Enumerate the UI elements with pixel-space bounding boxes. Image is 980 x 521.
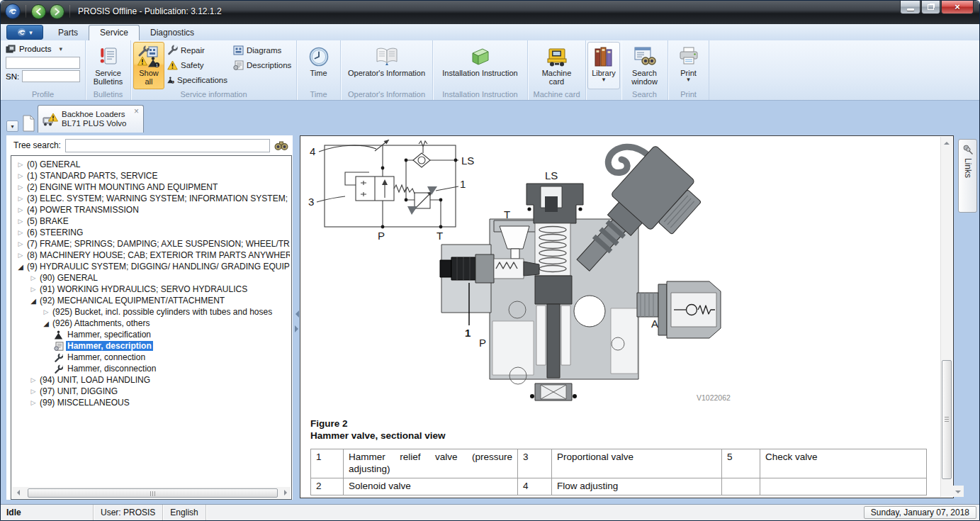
tree-item[interactable]: Hammer, disconnection [13,363,290,374]
sn-input[interactable] [22,70,80,82]
tree-item[interactable]: ▷(3) ELEC. SYSTEM; WARNING SYSTEM; INFOR… [13,193,290,204]
minimize-button[interactable] [900,1,920,14]
links-panel-tab[interactable]: Links [958,139,977,213]
tree-item[interactable]: ▷(925) Bucket, incl. possible cylinders … [13,306,290,318]
tree-item[interactable]: ▷(99) MISCELLANEOUS [13,397,290,408]
item-number-cell: 1 [311,449,344,478]
scrollbar-thumb[interactable] [942,360,952,479]
diagrams-button[interactable]: Diagrams [230,43,294,57]
tree-item[interactable]: ▷(1) STANDARD PARTS, SERVICE [13,170,290,181]
expander-collapsed-icon[interactable]: ▷ [16,218,26,225]
expander-expanded-icon[interactable]: ◢ [16,263,26,271]
new-page-button[interactable] [21,115,36,132]
close-button[interactable]: × [941,1,974,14]
descriptions-button[interactable]: Descriptions [230,57,294,72]
expander-collapsed-icon[interactable]: ▷ [28,376,38,383]
expander-collapsed-icon[interactable]: ▷ [16,252,26,259]
expander-collapsed-icon[interactable]: ▷ [28,399,38,406]
machine-card-button[interactable]: Machine card [530,42,583,89]
parts-table-body: 1Hammer relief valve (pressure adjusting… [311,449,927,495]
tab-parts[interactable]: Parts [47,26,89,40]
tree-search-input[interactable] [65,139,270,152]
scrollbar-thumb[interactable] [28,488,278,498]
expander-collapsed-icon[interactable]: ▷ [16,206,26,213]
search-window-button[interactable]: Search window [624,42,665,89]
repair-label: Repair [181,46,205,55]
open-book-icon [375,45,399,69]
scroll-up-button[interactable] [941,137,952,148]
scroll-right-button[interactable] [279,487,291,498]
tree-item[interactable]: ▷(2) ENGINE WITH MOUNTING AND EQUIPMENT [13,181,290,193]
tab-close-icon[interactable]: × [134,107,139,116]
svg-text:A: A [651,318,658,330]
restore-button[interactable] [921,1,940,14]
forward-button[interactable] [50,4,64,19]
expander-collapsed-icon[interactable]: ▷ [28,274,38,281]
tree-item[interactable]: ▷(6) STEERING [13,227,290,238]
app-logo-icon[interactable] [5,4,21,19]
application-menu-button[interactable]: ▾ [6,25,43,40]
panel-splitter[interactable] [293,135,300,500]
print-button[interactable]: Print ▾ [674,42,704,89]
expander-collapsed-icon[interactable]: ▷ [41,308,51,315]
expander-collapsed-icon[interactable]: ▷ [16,229,26,236]
repair-button[interactable]: Repair [164,43,230,57]
show-all-button[interactable]: 1 Show all [133,42,164,89]
tree-item[interactable]: Hammer, description [13,340,290,352]
tree-horizontal-scrollbar[interactable] [12,487,291,498]
tab-list-dropdown-button[interactable]: ▾ [6,121,18,132]
scroll-down-button[interactable] [952,486,964,497]
tree-item[interactable]: Hammer, connection [13,352,290,363]
safety-button[interactable]: Safety [164,57,230,72]
expander-collapsed-icon[interactable]: ▷ [16,184,26,191]
tree-item[interactable]: ▷(97) UNIT, DIGGING [13,386,290,397]
svg-text:3: 3 [308,196,314,208]
machine-card-label: Machine card [534,69,579,86]
tree-item[interactable]: ◢(92) MECHANICAL EQUIPMENT/ATTACHMENT [13,295,290,306]
tree-item[interactable]: ▷(8) MACHINERY HOUSE; CAB; EXTERIOR TRIM… [13,250,290,261]
operators-information-button[interactable]: Operator's Information [344,42,429,89]
tree-item[interactable]: ▷(4) POWER TRANSMISSION [13,204,290,215]
products-input[interactable] [6,57,80,69]
tree-item[interactable]: Hammer, specification [13,329,290,340]
binoculars-search-icon[interactable] [274,140,288,151]
tree-item[interactable]: ▷(5) BRAKE [13,215,290,227]
app-window: PROSIS Offline - Publication: 3.12.1.2 ×… [0,0,980,521]
expander-collapsed-icon[interactable]: ▷ [16,161,26,168]
content-vertical-scrollbar[interactable] [940,137,952,497]
tab-diagnostics[interactable]: Diagnostics [140,26,205,40]
expander-collapsed-icon[interactable]: ▷ [16,240,26,247]
installation-instruction-button[interactable]: Installation Instruction [438,42,522,89]
tree-item[interactable]: ▷(0) GENERAL [13,159,290,170]
tree-item[interactable]: ▷(91) WORKING HYDRAULICS; SERVO HYDRAULI… [13,284,290,295]
group-library: Library ▾ [586,40,621,100]
expander-expanded-icon[interactable]: ◢ [41,320,51,327]
tree-item[interactable]: ▷(94) UNIT, LOAD HANDLING [13,374,290,386]
installation-instruction-label: Installation Instruction [442,69,517,77]
document-tab-backhoe-loaders[interactable]: Backhoe Loaders BL71 PLUS Volvo × [38,105,144,133]
library-button[interactable]: Library ▾ [587,42,620,89]
expander-collapsed-icon[interactable]: ▷ [16,195,26,202]
collapse-left-icon[interactable] [292,310,299,318]
group-profile: Products ▾ SN: Profile [1,40,86,100]
tree-item[interactable]: ▷(7) FRAME; SPRINGS; DAMPING; AXLE SUSPE… [13,238,290,250]
products-button[interactable]: Products ▾ [6,43,80,55]
tree-item[interactable]: ▷(90) GENERAL [13,272,290,284]
expander-collapsed-icon[interactable]: ▷ [28,388,38,395]
wrench-icon [54,364,63,374]
specifications-button[interactable]: 1 Specifications [164,72,230,87]
service-bulletins-label: Service Bulletins [92,69,124,86]
restore-icon [928,4,934,10]
service-bulletins-button[interactable]: Service Bulletins [88,42,128,89]
expander-collapsed-icon[interactable]: ▷ [16,172,26,179]
tree-item[interactable]: ◢(9) HYDRAULIC SYSTEM; DIGGING/ HANDLING… [13,261,290,272]
expander-expanded-icon[interactable]: ◢ [28,297,38,305]
time-button[interactable]: Time [304,42,334,89]
expander-collapsed-icon[interactable]: ▷ [28,286,38,293]
scroll-left-button[interactable] [12,487,23,498]
machine-warning-icon [43,112,58,126]
back-button[interactable] [31,4,46,19]
tree-item-label: (9) HYDRAULIC SYSTEM; DIGGING/ HANDLING/… [26,262,290,271]
tree-item[interactable]: ◢(926) Attachments, others [13,318,290,329]
tab-service[interactable]: Service [89,25,140,40]
